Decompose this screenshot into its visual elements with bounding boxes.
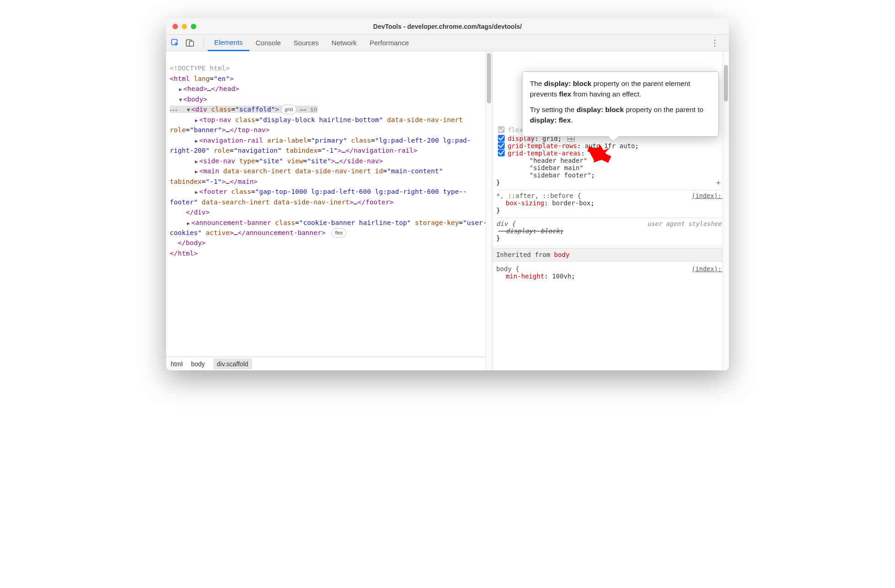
source-link[interactable]: (index):1 xyxy=(692,265,725,273)
devtools-toolbar: Elements Console Sources Network Perform… xyxy=(166,35,729,51)
add-property-button[interactable]: ＋ xyxy=(714,177,722,188)
expand-toggle-icon[interactable]: ▶ xyxy=(186,219,191,227)
rule-close: } xyxy=(496,235,725,242)
css-selector[interactable]: *, ::after, ::before { xyxy=(496,192,725,199)
css-property[interactable]: min-height: 100vh; xyxy=(498,273,725,280)
source-link[interactable]: (index):1 xyxy=(692,192,725,199)
tab-sources[interactable]: Sources xyxy=(287,35,325,50)
svg-marker-3 xyxy=(585,142,613,167)
css-selector[interactable]: body { xyxy=(496,265,725,273)
titlebar: DevTools - developer.chrome.com/tags/dev… xyxy=(166,18,729,35)
dom-node[interactable]: </html> xyxy=(170,250,198,257)
property-checkbox[interactable] xyxy=(498,126,505,133)
inspect-element-icon[interactable] xyxy=(171,38,180,48)
dom-node[interactable]: <announcement-banner class="cookie-banne… xyxy=(170,219,487,236)
elements-dom-pane: <!DOCTYPE html> <html lang="en"> ▶<head>… xyxy=(166,51,492,370)
css-property-overridden[interactable]: display: block; xyxy=(498,227,725,235)
expand-toggle-icon[interactable]: ▶ xyxy=(178,86,183,93)
dom-node[interactable]: <body> xyxy=(183,96,207,103)
selected-marker: == $0 xyxy=(299,106,317,113)
css-property[interactable]: box-sizing: border-box; xyxy=(498,199,725,207)
expand-toggle-icon[interactable]: ▶ xyxy=(194,158,199,166)
dom-node[interactable]: <footer class="gap-top-1000 lg:pad-left-… xyxy=(170,188,467,205)
expand-toggle-icon[interactable]: ▶ xyxy=(194,188,199,196)
svg-rect-2 xyxy=(189,41,194,46)
expand-toggle-icon[interactable]: ▶ xyxy=(194,168,199,176)
expand-toggle-icon[interactable]: ▶ xyxy=(194,137,199,145)
breadcrumb-item[interactable]: body xyxy=(191,360,205,368)
device-toggle-icon[interactable] xyxy=(185,38,194,48)
css-rule[interactable]: (index):1 body { min-height: 100vh; xyxy=(496,263,725,283)
kebab-menu-icon[interactable]: ⋮ xyxy=(711,38,719,48)
dom-node[interactable]: <head>…</head> xyxy=(183,85,239,92)
tab-performance[interactable]: Performance xyxy=(363,35,415,50)
content-area: <!DOCTYPE html> <html lang="en"> ▶<head>… xyxy=(166,51,729,370)
expand-toggle-icon[interactable]: ▼ xyxy=(178,96,183,104)
dom-node[interactable]: <navigation-rail aria-label="primary" cl… xyxy=(170,137,471,154)
dom-node[interactable]: <side-nav type="site" view="site">…</sid… xyxy=(199,157,383,165)
expand-toggle-icon[interactable]: ▶ xyxy=(194,117,199,124)
rule-close: } xyxy=(496,179,725,186)
tab-elements[interactable]: Elements xyxy=(208,35,249,51)
expand-toggle-icon[interactable]: ▼ xyxy=(186,106,191,114)
css-rule-user-agent[interactable]: user agent stylesheet div { display: blo… xyxy=(496,218,725,246)
dom-node[interactable]: </body> xyxy=(178,239,205,246)
css-rule[interactable]: (index):1 *, ::after, ::before { box-siz… xyxy=(496,190,725,218)
dom-node-selected[interactable]: ▼<div class="scaffold">grid== $0 xyxy=(170,106,318,113)
annotation-arrow-icon xyxy=(584,141,614,170)
property-checkbox[interactable] xyxy=(498,135,505,142)
devtools-window: DevTools - developer.chrome.com/tags/dev… xyxy=(166,18,729,370)
breadcrumb: html body div.scaffold xyxy=(166,357,492,370)
breadcrumb-item-active[interactable]: div.scaffold xyxy=(213,358,252,369)
inherited-from-header: Inherited from body xyxy=(492,248,729,262)
tab-console[interactable]: Console xyxy=(249,35,287,50)
separator xyxy=(204,38,204,48)
ua-stylesheet-label: user agent stylesheet xyxy=(647,220,725,227)
property-checkbox[interactable] xyxy=(498,150,505,156)
property-checkbox[interactable] xyxy=(498,142,505,149)
inactive-property-tooltip: The display: block property on the paren… xyxy=(522,71,719,137)
scrollbar[interactable] xyxy=(485,51,492,370)
scrollbar[interactable] xyxy=(722,51,729,370)
doctype: <!DOCTYPE html> xyxy=(170,64,230,72)
dom-node[interactable]: <html lang="en"> xyxy=(170,75,234,82)
rule-close: } xyxy=(496,207,725,214)
dom-node[interactable]: <top-nav class="display-block hairline-b… xyxy=(170,116,467,134)
dom-node[interactable]: <main data-search-inert data-side-nav-in… xyxy=(170,167,447,185)
breadcrumb-item[interactable]: html xyxy=(171,360,183,368)
layout-badge-flex[interactable]: flex xyxy=(331,228,346,238)
scrollbar-thumb[interactable] xyxy=(487,53,491,103)
layout-badge-grid[interactable]: grid xyxy=(281,105,297,114)
dom-tree[interactable]: <!DOCTYPE html> <html lang="en"> ▶<head>… xyxy=(166,51,492,357)
window-title: DevTools - developer.chrome.com/tags/dev… xyxy=(166,23,729,30)
dom-node[interactable]: </div> xyxy=(186,208,210,216)
scrollbar-thumb[interactable] xyxy=(724,65,728,102)
tab-network[interactable]: Network xyxy=(325,35,363,50)
